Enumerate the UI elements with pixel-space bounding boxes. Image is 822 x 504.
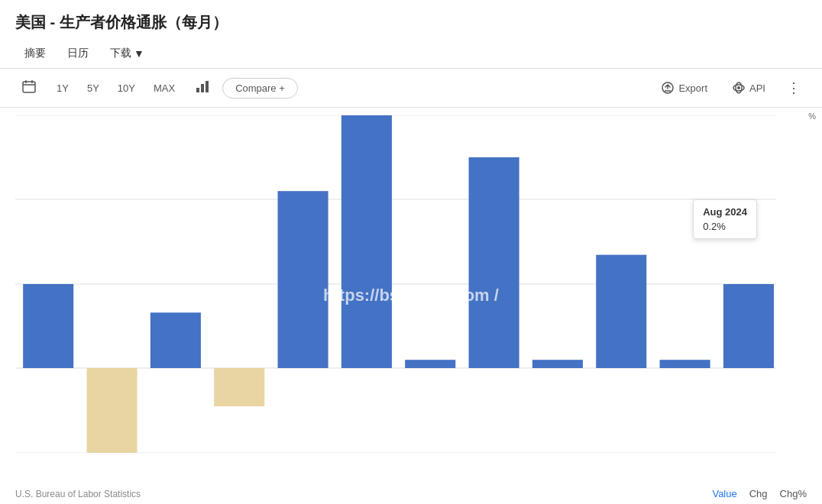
bar-dec	[214, 368, 264, 406]
svg-point-11	[737, 86, 740, 89]
chart-svg: 0.60 0.40 0.20 0.00 -0.20	[15, 115, 776, 453]
bar-mar	[405, 360, 455, 368]
y-axis-label: %	[808, 111, 816, 121]
chart-area: % 0.60 0.40 0.20 0.00 -0.20	[0, 108, 822, 483]
tab-bar: 摘要 日历 下载 ▼	[0, 39, 822, 69]
footer: U.S. Bureau of Labor Statistics Value Ch…	[0, 483, 822, 504]
timeframe-buttons: 1Y 5Y 10Y MAX	[49, 79, 183, 98]
bar-2024	[278, 191, 328, 368]
btn-1y[interactable]: 1Y	[49, 79, 76, 98]
bar-oct	[87, 368, 138, 453]
bar-may	[532, 360, 583, 368]
bar-feb	[341, 115, 392, 368]
bar-jun	[596, 255, 646, 368]
svg-rect-4	[196, 88, 199, 92]
btn-5y[interactable]: 5Y	[79, 79, 107, 98]
svg-rect-6	[206, 81, 209, 92]
bar-jul	[660, 360, 710, 368]
chevron-down-icon: ▼	[134, 47, 144, 60]
title-bar: 美国 - 生产者价格通胀（每月）	[0, 0, 822, 39]
bar-aug	[723, 284, 774, 368]
btn-max[interactable]: MAX	[146, 79, 183, 98]
footer-link-chgpct[interactable]: Chg%	[780, 488, 807, 499]
page-title: 美国 - 生产者价格通胀（每月）	[15, 12, 807, 33]
bar-sep	[23, 284, 73, 368]
footer-link-value[interactable]: Value	[712, 488, 736, 499]
tab-download[interactable]: 下载 ▼	[101, 42, 154, 65]
svg-rect-0	[23, 82, 35, 92]
chart-type-icon[interactable]	[189, 75, 216, 101]
btn-10y[interactable]: 10Y	[110, 79, 143, 98]
calendar-icon[interactable]	[15, 75, 43, 101]
data-source: U.S. Bureau of Labor Statistics	[15, 489, 712, 499]
bar-apr	[469, 157, 519, 368]
export-button[interactable]: Export	[652, 77, 717, 99]
toolbar: 1Y 5Y 10Y MAX Compare + Export	[0, 69, 822, 108]
more-options-button[interactable]: ⋮	[781, 76, 807, 100]
footer-links: Value Chg Chg%	[712, 488, 807, 499]
api-button[interactable]: API	[723, 77, 775, 99]
tab-summary[interactable]: 摘要	[15, 42, 55, 65]
page: 美国 - 生产者价格通胀（每月） 摘要 日历 下载 ▼ 1Y 5Y 10Y MA…	[0, 0, 822, 504]
bar-nov	[150, 312, 201, 368]
compare-button[interactable]: Compare +	[222, 78, 298, 99]
svg-rect-5	[201, 84, 204, 92]
footer-link-chg[interactable]: Chg	[749, 488, 768, 499]
tab-calendar[interactable]: 日历	[58, 42, 98, 65]
